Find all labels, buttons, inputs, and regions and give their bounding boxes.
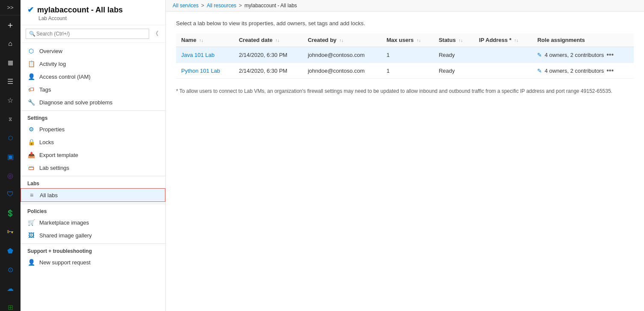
lab-account-icon: ✔ <box>27 5 34 15</box>
col-header-name[interactable]: Name ↑↓ <box>176 33 234 47</box>
cell-name-0: Java 101 Lab <box>176 47 234 63</box>
sidebar-item-overview-label: Overview <box>39 48 62 54</box>
create-resource-button[interactable]: ＋ <box>0 15 21 34</box>
col-header-max-users[interactable]: Max users ↑↓ <box>381 33 433 47</box>
sidebar-title-text: mylabaccount - All labs <box>37 6 123 15</box>
cell-role-1: ✎ 4 owners, 2 contributors ••• <box>532 63 634 79</box>
all-labs-icon: ≡ <box>28 192 35 198</box>
icon-bar: >> ＋ ⌂ ▦ ☰ ☆ ⧖ ⬡ ▣ ◎ 🛡 <box>0 0 21 311</box>
sidebar-item-locks-label: Locks <box>39 139 54 145</box>
recent-icon-button[interactable]: ⧖ <box>0 110 21 128</box>
cloud-upload-icon-button[interactable]: ☁ <box>0 279 21 298</box>
sidebar-item-marketplace-images[interactable]: 🛒 Marketplace images <box>21 216 165 229</box>
resource-groups-icon-button[interactable]: ⬡ <box>0 128 21 147</box>
table-icon: ⊞ <box>8 303 13 311</box>
sidebar-item-lab-settings[interactable]: 🗃 Lab settings <box>21 161 165 174</box>
home-icon: ⌂ <box>8 40 12 47</box>
sidebar-item-tags[interactable]: 🏷 Tags <box>21 83 165 96</box>
sidebar-item-shared-image-gallery[interactable]: 🖼 Shared image gallery <box>21 229 165 242</box>
cell-ip-1 <box>474 63 532 79</box>
more-options-button-1[interactable]: ••• <box>606 67 614 74</box>
table-icon-button[interactable]: ⊞ <box>0 298 21 311</box>
edit-role-icon-0[interactable]: ✎ <box>537 52 542 58</box>
security-icon: 🛡 <box>7 190 14 198</box>
sidebar-item-properties-label: Properties <box>39 126 65 133</box>
key-icon: 🗝 <box>7 228 14 236</box>
breadcrumb: All services > All resources > mylabacco… <box>166 0 644 12</box>
policy-icon: ⊙ <box>8 266 13 274</box>
breadcrumb-all-services[interactable]: All services <box>173 3 199 9</box>
breadcrumb-all-resources[interactable]: All resources <box>207 3 236 9</box>
sidebar-item-diagnose[interactable]: 🔧 Diagnose and solve problems <box>21 96 165 109</box>
cell-ip-0 <box>474 47 532 63</box>
key-vault-icon-button[interactable]: 🗝 <box>0 222 21 241</box>
favorites-icon-button[interactable]: ☆ <box>0 91 21 110</box>
sidebar-item-export-template[interactable]: 📤 Export template <box>21 148 165 161</box>
col-header-ip-address[interactable]: IP Address * ↑↓ <box>474 33 532 47</box>
cell-created-by-0: johndoe@contoso.com <box>303 47 381 63</box>
access-control-icon: 👤 <box>27 73 35 80</box>
security-icon-button[interactable]: 🛡 <box>0 185 21 204</box>
more-options-button-0[interactable]: ••• <box>606 51 614 59</box>
sidebar-item-shared-image-gallery-label: Shared image gallery <box>39 232 92 239</box>
col-header-created-date[interactable]: Created date ↑↓ <box>234 33 303 47</box>
sort-max-users-icon: ↑↓ <box>417 38 421 43</box>
sidebar-item-all-labs-label: All labs <box>40 192 58 198</box>
search-icon: 🔍 <box>29 31 35 37</box>
sidebar-item-new-support-request[interactable]: 👤 New support request <box>21 256 165 269</box>
cost-management-icon-button[interactable]: 💲 <box>0 204 21 222</box>
sidebar-item-access-control[interactable]: 👤 Access control (IAM) <box>21 70 165 83</box>
col-header-role-assignments[interactable]: Role assignments <box>532 33 634 47</box>
settings-section-label: Settings <box>21 110 165 123</box>
main-content: Select a lab below to view its propertie… <box>166 12 644 311</box>
marketplace-icon: 🛒 <box>27 219 35 226</box>
activity-log-icon: 📋 <box>27 60 35 67</box>
monitor-icon: ◎ <box>7 172 13 180</box>
sort-ip-icon: ↑↓ <box>514 38 518 43</box>
role-assignments-text-0: 4 owners, 2 contributors <box>544 52 604 58</box>
cloud-upload-icon: ☁ <box>7 284 14 293</box>
collapse-sidebar-button[interactable]: 《 <box>151 29 160 39</box>
sidebar-item-properties[interactable]: ⚙ Properties <box>21 123 165 136</box>
sidebar-item-activity-log[interactable]: 📋 Activity log <box>21 57 165 70</box>
sidebar-item-marketplace-images-label: Marketplace images <box>39 219 89 226</box>
cell-status-0: Ready <box>434 47 474 63</box>
virtual-machines-icon-button[interactable]: ▣ <box>0 147 21 166</box>
home-icon-button[interactable]: ⌂ <box>0 34 21 53</box>
sidebar-item-diagnose-label: Diagnose and solve problems <box>39 99 112 106</box>
sidebar-item-new-support-request-label: New support request <box>39 259 91 266</box>
sidebar-item-activity-log-label: Activity log <box>39 61 66 67</box>
edit-role-icon-1[interactable]: ✎ <box>537 68 542 74</box>
col-header-created-by[interactable]: Created by ↑↓ <box>303 33 381 47</box>
sort-created-by-icon: ↑↓ <box>339 38 344 43</box>
overview-icon: ⬡ <box>27 47 35 54</box>
role-assignments-text-1: 4 owners, 2 contributors <box>544 68 604 74</box>
lab-link-python[interactable]: Python 101 Lab <box>181 68 220 74</box>
cell-name-1: Python 101 Lab <box>176 63 234 79</box>
search-input[interactable] <box>26 29 149 39</box>
lab-link-java[interactable]: Java 101 Lab <box>181 52 215 58</box>
resource-groups-icon: ⬡ <box>8 135 13 141</box>
cell-created-date-1: 2/14/2020, 6:30 PM <box>234 63 303 79</box>
cell-max-users-0: 1 <box>381 47 433 63</box>
star-icon: ☆ <box>7 96 13 104</box>
sidebar-item-all-labs[interactable]: ≡ All labs <box>21 188 165 202</box>
sidebar-item-locks[interactable]: 🔒 Locks <box>21 136 165 148</box>
sidebar: ✔ mylabaccount - All labs Lab Account 🔍 … <box>21 0 166 311</box>
sidebar-item-access-control-label: Access control (IAM) <box>39 74 91 80</box>
footnote: * To allow users to connect to Lab VMs, … <box>176 87 634 95</box>
monitor-icon-button[interactable]: ◎ <box>0 166 21 185</box>
support-icon: 👤 <box>27 259 35 266</box>
sort-name-icon: ↑↓ <box>199 38 203 43</box>
policy-icon-button[interactable]: ⊙ <box>0 260 21 279</box>
sidebar-item-overview[interactable]: ⬡ Overview <box>21 44 165 57</box>
all-services-icon-button[interactable]: ☰ <box>0 72 21 91</box>
support-section-label: Support + troubleshooting <box>21 243 165 256</box>
chevron-right-icon: >> <box>7 4 13 11</box>
cell-status-1: Ready <box>434 63 474 79</box>
expand-sidebar-button[interactable]: >> <box>0 0 21 15</box>
devops-icon-button[interactable]: ⬟ <box>0 241 21 260</box>
col-header-status[interactable]: Status ↑↓ <box>434 33 474 47</box>
plus-icon: ＋ <box>6 19 15 31</box>
dashboard-icon-button[interactable]: ▦ <box>0 53 21 72</box>
